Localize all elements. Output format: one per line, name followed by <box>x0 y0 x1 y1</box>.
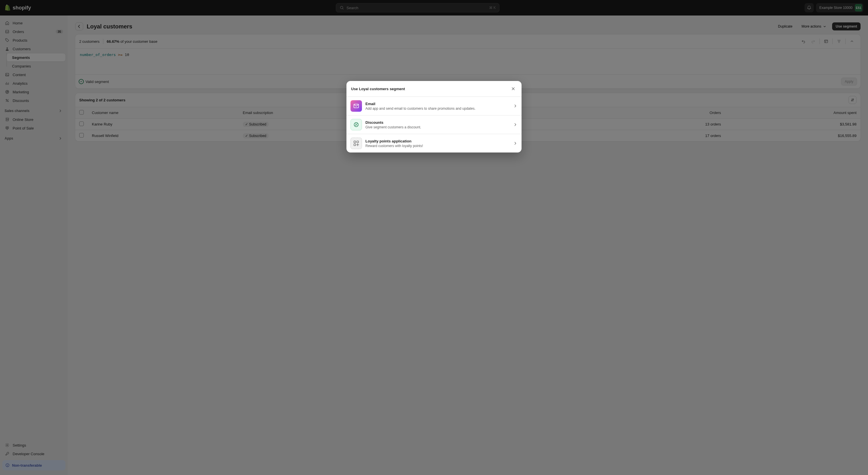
modal-option-email[interactable]: Email Add app and send email to customer… <box>346 97 522 115</box>
modal-overlay[interactable]: Use Loyal customers segment Email Add ap… <box>0 0 868 475</box>
modal-option-app[interactable]: Loyalty points application Reward custom… <box>346 134 522 152</box>
chevron-right-icon <box>513 141 518 146</box>
chevron-right-icon <box>513 104 518 108</box>
svg-point-17 <box>357 125 358 126</box>
modal-option-text: Discounts Give segment customers a disco… <box>365 120 509 129</box>
use-segment-modal: Use Loyal customers segment Email Add ap… <box>346 81 522 152</box>
chevron-right-icon <box>513 122 518 127</box>
app-placeholder-icon <box>350 138 362 149</box>
modal-option-text: Email Add app and send email to customer… <box>365 102 509 111</box>
modal-item-title: Discounts <box>365 120 509 125</box>
modal-header: Use Loyal customers segment <box>346 81 522 97</box>
modal-title: Use Loyal customers segment <box>351 87 405 91</box>
svg-rect-20 <box>354 144 355 146</box>
svg-point-16 <box>355 123 355 124</box>
modal-item-desc: Reward customers with loyalty points! <box>365 144 509 148</box>
modal-option-text: Loyalty points application Reward custom… <box>365 139 509 148</box>
modal-item-title: Email <box>365 102 509 106</box>
email-icon <box>350 100 362 112</box>
close-button[interactable] <box>509 85 517 92</box>
discount-icon <box>350 119 362 130</box>
modal-option-discounts[interactable]: Discounts Give segment customers a disco… <box>346 115 522 134</box>
modal-item-title: Loyalty points application <box>365 139 509 143</box>
svg-rect-19 <box>357 141 359 143</box>
svg-rect-18 <box>354 141 355 143</box>
modal-item-desc: Add app and send email to customers to s… <box>365 107 509 111</box>
close-icon <box>511 86 516 91</box>
modal-item-desc: Give segment customers a discount. <box>365 125 509 129</box>
